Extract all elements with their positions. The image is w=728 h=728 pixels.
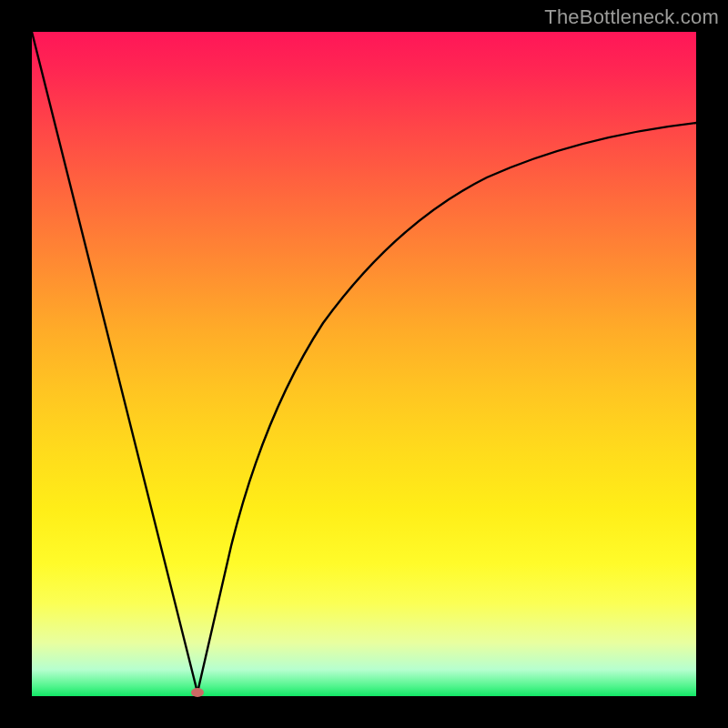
vertex-marker [191, 688, 204, 697]
plot-area [32, 32, 696, 696]
chart-frame: TheBottleneck.com [0, 0, 728, 728]
bottleneck-curve [32, 32, 696, 696]
watermark-text: TheBottleneck.com [544, 5, 719, 29]
curve-left-branch [32, 32, 197, 693]
curve-right-branch [197, 123, 696, 693]
